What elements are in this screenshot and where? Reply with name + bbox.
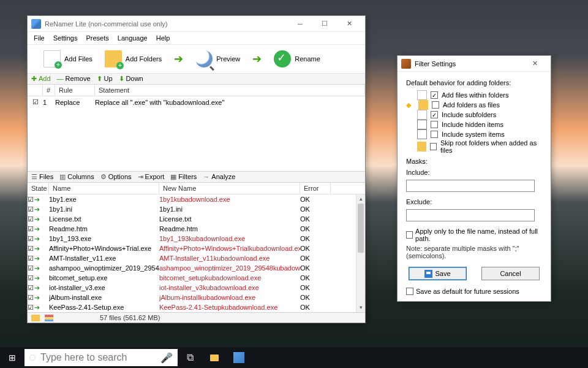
scrollbar-thumb[interactable] xyxy=(358,204,364,253)
maximize-button[interactable]: ☐ xyxy=(312,17,337,31)
rule-add[interactable]: ✚Add xyxy=(31,75,51,83)
filters-button[interactable]: ▦Filters xyxy=(170,173,197,181)
files-tab[interactable]: ☰Files xyxy=(31,173,53,181)
menu-file[interactable]: File xyxy=(30,33,48,43)
exclude-input[interactable] xyxy=(406,209,535,221)
col-rule[interactable]: Rule xyxy=(55,85,95,96)
file-name: iot-installer_v3.exe xyxy=(49,284,159,291)
file-plus-icon xyxy=(43,50,61,67)
file-row[interactable]: ☑➔jAlbum-install.exejAlbum-installkubado… xyxy=(28,293,365,302)
options-button[interactable]: ⚙Options xyxy=(100,173,132,181)
titlebar[interactable]: ReNamer Lite (non-commercial use only) ─… xyxy=(28,16,365,32)
option-checkbox[interactable] xyxy=(432,101,439,109)
option-checkbox[interactable] xyxy=(431,131,438,138)
option-checkbox[interactable] xyxy=(431,121,438,128)
filter-option: ✓Add files within folders xyxy=(406,90,542,100)
col-newname[interactable]: New Name xyxy=(159,183,300,194)
file-error: OK xyxy=(300,215,331,223)
renamer-task-icon[interactable] xyxy=(227,352,251,363)
cancel-button[interactable]: Cancel xyxy=(481,267,540,280)
file-row[interactable]: ☑➔ashampoo_winoptimizer_2019_29548.exeas… xyxy=(28,263,365,273)
file-checkbox[interactable]: ☑ xyxy=(28,205,34,213)
filter-option: Skip root folders when added as files xyxy=(406,139,542,154)
file-error: OK xyxy=(300,304,331,311)
file-row[interactable]: ☑➔1by1.exe1by1kubadownload.exeOK xyxy=(28,194,365,204)
rename-button[interactable]: Rename xyxy=(270,48,324,69)
columns-button[interactable]: ▥Columns xyxy=(59,173,94,181)
close-button[interactable]: ✕ xyxy=(337,17,361,31)
start-button[interactable]: ⊞ xyxy=(0,353,24,362)
file-checkbox[interactable]: ☑ xyxy=(28,274,34,282)
file-checkbox[interactable]: ☑ xyxy=(28,235,34,243)
rule-row[interactable]: ☑1ReplaceReplace all ".exe" with "kubado… xyxy=(28,98,365,107)
arrow-icon: ➔ xyxy=(34,215,40,223)
dialog-close-button[interactable]: ✕ xyxy=(522,57,547,71)
arrow-icon: ➔ xyxy=(34,294,40,302)
dialog-title: Filter Settings xyxy=(415,60,522,67)
preview-button[interactable]: Preview xyxy=(192,48,244,69)
file-row[interactable]: ☑➔KeePass-2.41-Setup.exeKeePass-2.41-Set… xyxy=(28,302,365,312)
include-input[interactable] xyxy=(406,180,535,192)
menu-settings[interactable]: Settings xyxy=(50,33,81,43)
file-checkbox[interactable]: ☑ xyxy=(28,294,34,302)
files-list[interactable]: ☑➔1by1.exe1by1kubadownload.exeOK☑➔1by1.i… xyxy=(28,194,365,312)
menu-language[interactable]: Language xyxy=(114,33,151,43)
option-checkbox[interactable]: ✓ xyxy=(431,91,438,99)
rule-down[interactable]: ⬇Down xyxy=(119,75,143,83)
taskbar-search[interactable]: Type here to search 🎤 xyxy=(24,349,178,366)
file-checkbox[interactable]: ☑ xyxy=(28,225,34,233)
folder-icon[interactable] xyxy=(31,315,40,321)
file-checkbox[interactable]: ☑ xyxy=(28,245,34,253)
file-row[interactable]: ☑➔iot-installer_v3.exeiot-installer_v3ku… xyxy=(28,283,365,293)
dialog-titlebar[interactable]: Filter Settings ✕ xyxy=(398,56,551,72)
file-checkbox[interactable]: ☑ xyxy=(28,304,34,312)
rule-checkbox[interactable]: ☑ xyxy=(28,98,43,106)
arrow-icon: ➔ xyxy=(34,274,40,282)
arrow-icon: ➔ xyxy=(170,52,187,66)
rename-label: Rename xyxy=(295,55,320,63)
save-default-checkbox[interactable] xyxy=(406,288,413,295)
file-new-name: AMT-Installer_v11kubadownload.exe xyxy=(159,255,300,262)
file-checkbox[interactable]: ☑ xyxy=(28,255,34,263)
task-view-icon[interactable]: ⧉ xyxy=(178,352,202,363)
save-button[interactable]: Save xyxy=(409,267,467,280)
file-row[interactable]: ☑➔Affinity+Photo+Windows+Trial.exeAffini… xyxy=(28,243,365,253)
scrollbar-vertical[interactable]: ▴ ▾ xyxy=(356,194,365,312)
scroll-down-icon[interactable]: ▾ xyxy=(356,303,365,312)
add-folders-label: Add Folders xyxy=(126,55,162,63)
analyze-button[interactable]: →Analyze xyxy=(203,173,235,181)
file-checkbox[interactable]: ☑ xyxy=(28,196,34,204)
menu-presets[interactable]: Presets xyxy=(82,33,112,43)
export-button[interactable]: ⇥Export xyxy=(138,173,165,181)
file-checkbox[interactable]: ☑ xyxy=(28,284,34,292)
file-row[interactable]: ☑➔License.txtLicense.txtOK xyxy=(28,214,365,224)
file-row[interactable]: ☑➔1by1_193.exe1by1_193kubadownload.exeOK xyxy=(28,234,365,243)
rules-list[interactable]: ☑1ReplaceReplace all ".exe" with "kubado… xyxy=(28,96,365,171)
option-checkbox[interactable] xyxy=(430,143,437,150)
menu-help[interactable]: Help xyxy=(153,33,174,43)
window-title: ReNamer Lite (non-commercial use only) xyxy=(45,20,288,28)
apply-only-checkbox[interactable] xyxy=(406,231,413,239)
rule-remove[interactable]: —Remove xyxy=(57,75,91,83)
file-row[interactable]: ☑➔AMT-Installer_v11.exeAMT-Installer_v11… xyxy=(28,253,365,263)
explorer-icon[interactable] xyxy=(202,355,227,361)
file-row[interactable]: ☑➔1by1.ini1by1.iniOK xyxy=(28,204,365,214)
col-name[interactable]: Name xyxy=(49,183,159,194)
filter-settings-dialog: Filter Settings ✕ Default behavior for a… xyxy=(397,55,551,302)
rule-up[interactable]: ⬆Up xyxy=(97,75,113,83)
option-checkbox[interactable]: ✓ xyxy=(431,111,438,118)
add-folders-button[interactable]: Add Folders xyxy=(101,48,165,69)
chart-icon[interactable] xyxy=(45,315,53,321)
col-num[interactable]: # xyxy=(43,85,55,96)
scroll-up-icon[interactable]: ▴ xyxy=(356,194,365,204)
col-error[interactable]: Error xyxy=(300,183,331,194)
file-checkbox[interactable]: ☑ xyxy=(28,215,34,223)
add-files-button[interactable]: Add Files xyxy=(40,48,96,69)
col-state[interactable]: State xyxy=(28,183,49,194)
mic-icon[interactable]: 🎤 xyxy=(160,352,173,364)
minimize-button[interactable]: ─ xyxy=(288,17,312,31)
file-row[interactable]: ☑➔Readme.htmReadme.htmOK xyxy=(28,224,365,234)
file-checkbox[interactable]: ☑ xyxy=(28,264,34,272)
file-row[interactable]: ☑➔bitcomet_setup.exebitcomet_setupkubado… xyxy=(28,273,365,283)
col-statement[interactable]: Statement xyxy=(95,85,365,96)
